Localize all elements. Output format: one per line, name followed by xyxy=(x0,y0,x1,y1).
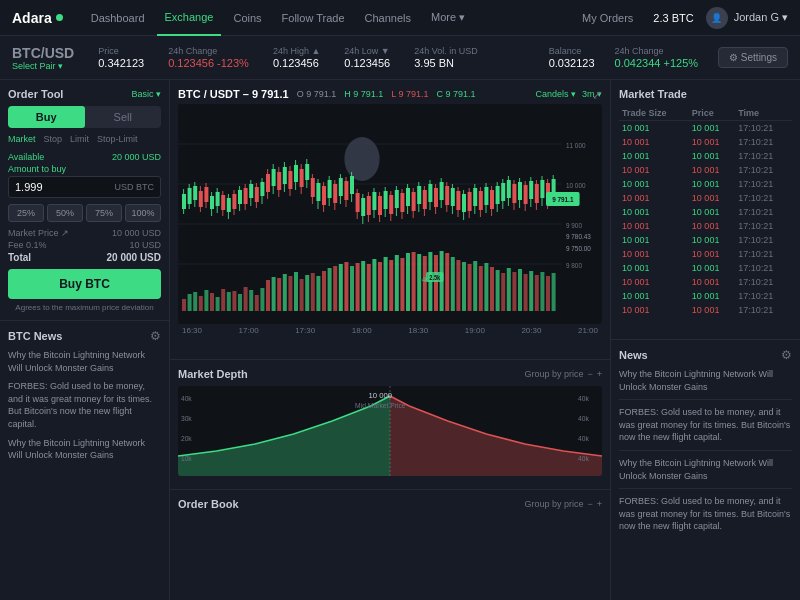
news-right-settings-icon[interactable]: ⚙ xyxy=(781,348,792,362)
svg-rect-147 xyxy=(389,195,393,214)
navbar: Adara Dashboard Exchange Coins Follow Tr… xyxy=(0,0,800,36)
pct-50[interactable]: 50% xyxy=(47,204,83,222)
chart-close: C 9 791.1 xyxy=(436,89,475,99)
table-row: 10 001 10 001 17:10:21 xyxy=(619,191,792,205)
news-right-item[interactable]: FORBES: Gold used to be money, and it wa… xyxy=(619,406,792,451)
order-book-group-price[interactable]: Group by price − + xyxy=(524,499,602,509)
nav-coins[interactable]: Coins xyxy=(225,0,269,36)
trade-price: 10 001 xyxy=(689,149,735,163)
order-mode-selector[interactable]: Basic ▾ xyxy=(131,89,161,99)
order-book-minus-icon[interactable]: − xyxy=(587,499,592,509)
trade-size: 10 001 xyxy=(619,261,689,275)
svg-rect-53 xyxy=(456,260,460,311)
nav-my-orders[interactable]: My Orders xyxy=(574,0,641,36)
order-type-market[interactable]: Market xyxy=(8,134,36,144)
trade-size: 10 001 xyxy=(619,289,689,303)
nav-exchange[interactable]: Exchange xyxy=(157,0,222,36)
pct-25[interactable]: 25% xyxy=(8,204,44,222)
svg-text:9 791.1: 9 791.1 xyxy=(552,194,573,204)
svg-rect-129 xyxy=(339,178,343,196)
ticker-low: 24h Low ▼ 0.123456 xyxy=(344,46,390,69)
svg-text:2.5k: 2.5k xyxy=(429,273,440,281)
order-book-plus-icon[interactable]: + xyxy=(597,499,602,509)
nav-more[interactable]: More ▾ xyxy=(423,0,473,36)
svg-rect-7 xyxy=(199,296,203,311)
order-type-stop-limit[interactable]: Stop-Limit xyxy=(97,134,138,144)
trade-price: 10 001 xyxy=(689,219,735,233)
trade-price: 10 001 xyxy=(689,261,735,275)
trade-price: 10 001 xyxy=(689,205,735,219)
btc-news-item-1[interactable]: FORBES: Gold used to be money, and it wa… xyxy=(8,380,161,430)
available-label: Available 20 000 USD xyxy=(8,152,161,162)
svg-rect-78 xyxy=(199,191,203,207)
buy-btc-button[interactable]: Buy BTC xyxy=(8,269,161,299)
svg-rect-42 xyxy=(395,255,399,311)
trade-price: 10 001 xyxy=(689,275,735,289)
group-price-control[interactable]: Group by price − + xyxy=(524,369,602,379)
nav-dashboard[interactable]: Dashboard xyxy=(83,0,153,36)
btc-news-item-0[interactable]: Why the Bitcoin Lightning Network Will U… xyxy=(8,349,161,374)
order-type-limit[interactable]: Limit xyxy=(70,134,89,144)
ticker-select-pair[interactable]: Select Pair ▾ xyxy=(12,61,74,71)
news-right-item[interactable]: FORBES: Gold used to be money, and it wa… xyxy=(619,495,792,539)
svg-rect-33 xyxy=(344,262,348,311)
ticker-change-value: 0.123456 -123% xyxy=(168,57,249,69)
table-row: 10 001 10 001 17:10:21 xyxy=(619,219,792,233)
brand-logo[interactable]: Adara xyxy=(12,10,63,26)
minus-icon[interactable]: − xyxy=(587,369,592,379)
svg-rect-80 xyxy=(204,187,208,202)
svg-rect-19 xyxy=(266,280,270,311)
nav-user[interactable]: 👤 Jordan G ▾ xyxy=(706,7,788,29)
trade-size: 10 001 xyxy=(619,233,689,247)
svg-rect-153 xyxy=(406,188,410,206)
trade-size: 10 001 xyxy=(619,121,689,136)
ticker-balance-change: 24h Change 0.042344 +125% xyxy=(615,46,699,69)
table-row: 10 001 10 001 17:10:21 xyxy=(619,149,792,163)
svg-rect-91 xyxy=(232,194,236,209)
svg-rect-23 xyxy=(288,276,292,311)
svg-rect-187 xyxy=(501,183,505,201)
svg-rect-28 xyxy=(316,276,320,311)
chart-view-candles[interactable]: Candels ▾ xyxy=(535,89,576,99)
ticker-pair[interactable]: BTC/USD Select Pair ▾ xyxy=(12,45,74,71)
chart-expand-icon[interactable]: ⤢ xyxy=(592,88,602,102)
svg-rect-65 xyxy=(524,274,528,311)
svg-rect-185 xyxy=(496,186,500,204)
svg-rect-6 xyxy=(193,292,197,311)
svg-text:9 800: 9 800 xyxy=(566,260,582,270)
news-right-item[interactable]: Why the Bitcoin Lightning Network Will U… xyxy=(619,368,792,400)
svg-rect-27 xyxy=(311,273,315,311)
svg-rect-109 xyxy=(283,167,287,184)
buy-tab[interactable]: Buy xyxy=(8,106,85,128)
svg-rect-177 xyxy=(473,188,477,206)
svg-rect-49 xyxy=(434,255,438,311)
sell-tab[interactable]: Sell xyxy=(85,106,162,128)
svg-rect-135 xyxy=(356,193,360,212)
pct-100[interactable]: 100% xyxy=(125,204,161,222)
trade-time: 17:10:21 xyxy=(735,219,792,233)
table-row: 10 001 10 001 17:10:21 xyxy=(619,247,792,261)
trade-time: 17:10:21 xyxy=(735,205,792,219)
nav-channels[interactable]: Channels xyxy=(357,0,419,36)
col-trade-size: Trade Size xyxy=(619,106,689,121)
settings-button[interactable]: ⚙ Settings xyxy=(718,47,788,68)
candlestick-chart: 11 000 10 000 9 900 9 800 9 791.1 9 780.… xyxy=(178,104,602,324)
btc-news-settings-icon[interactable]: ⚙ xyxy=(150,329,161,343)
order-type-stop[interactable]: Stop xyxy=(44,134,63,144)
svg-rect-105 xyxy=(272,169,276,186)
pct-75[interactable]: 75% xyxy=(86,204,122,222)
nav-follow-trade[interactable]: Follow Trade xyxy=(274,0,353,36)
total-row: Total 20 000 USD xyxy=(8,252,161,263)
svg-rect-189 xyxy=(507,180,511,198)
amount-input[interactable]: 1.999 USD BTC xyxy=(8,176,161,198)
plus-icon[interactable]: + xyxy=(597,369,602,379)
trade-size: 10 001 xyxy=(619,177,689,191)
trade-size: 10 001 xyxy=(619,275,689,289)
svg-rect-39 xyxy=(378,262,382,311)
news-right-item[interactable]: Why the Bitcoin Lightning Network Will U… xyxy=(619,457,792,489)
trade-time: 17:10:21 xyxy=(735,191,792,205)
btc-news-item-2[interactable]: Why the Bitcoin Lightning Network Will U… xyxy=(8,437,161,462)
depth-svg: 10 000 Mid Market Price 40k 30k 20k 10k … xyxy=(178,386,602,476)
news-right-title: News xyxy=(619,349,648,361)
trade-size: 10 001 xyxy=(619,247,689,261)
